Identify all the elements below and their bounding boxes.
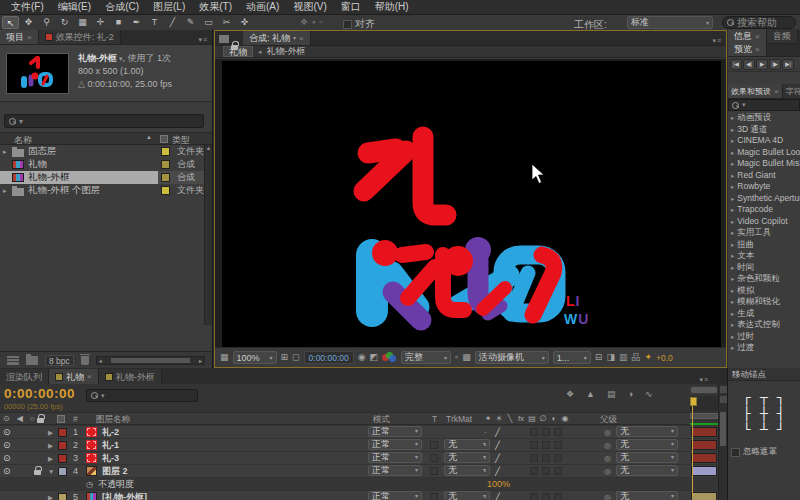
project-item-row[interactable]: 礼物-外框 合成 (0, 171, 204, 184)
view-layout-dropdown[interactable]: 1...▾ (553, 351, 591, 364)
next-frame-button[interactable]: |▶ (769, 59, 781, 70)
category-item[interactable]: ▸模糊和锐化 (728, 296, 800, 308)
category-item[interactable]: ▸3D 通道 (728, 124, 800, 136)
layer-name[interactable]: 图层 2 (102, 465, 128, 478)
last-frame-button[interactable]: ▶| (782, 59, 794, 70)
property-value[interactable]: 100% (487, 478, 510, 491)
switch-cell[interactable] (542, 428, 550, 436)
layer-name[interactable]: 礼-2 (102, 426, 119, 439)
layer-duration-bar[interactable] (691, 466, 717, 476)
shape-tool[interactable]: ■ (110, 16, 127, 29)
transparency-grid-button[interactable]: ▩ (462, 351, 471, 364)
stopwatch-icon[interactable]: ◷ (86, 478, 93, 491)
frame-blending-icon[interactable]: ▤ (607, 389, 616, 399)
label-color-chip[interactable] (58, 428, 67, 437)
category-item[interactable]: ▸CINEMA 4D (728, 135, 800, 147)
first-frame-button[interactable]: |◀ (730, 59, 742, 70)
item-name[interactable]: 礼物-外框 (28, 171, 69, 184)
property-name[interactable]: 不透明度 (98, 478, 134, 491)
workspace-dropdown[interactable]: 标准▾ (627, 16, 713, 29)
current-time-button[interactable]: 0:00:00:00 (304, 351, 354, 364)
camera-tool[interactable]: ▦ (74, 16, 91, 29)
ignore-masks-checkbox[interactable] (731, 448, 740, 457)
category-item[interactable]: ▸Red Giant (728, 170, 800, 182)
label-color-chip[interactable] (58, 454, 67, 463)
quality-switch[interactable]: ╱ (495, 491, 500, 500)
puppet-pin-tool[interactable]: ✜ (236, 16, 253, 29)
ignore-masks-option[interactable]: 忽略遮罩 (731, 446, 797, 458)
new-folder-icon[interactable] (26, 356, 38, 365)
item-name[interactable]: 固态层 (28, 145, 57, 158)
switch-cell[interactable] (542, 493, 550, 500)
layer-row[interactable]: ⊙ ▶ 3 礼-3 正常▾ 无▾ · ╱ ◎ 无▾ (0, 452, 718, 465)
timeline-button[interactable]: ▥ (619, 351, 628, 364)
playhead-line[interactable] (692, 406, 693, 498)
parent-pickwhip-icon[interactable]: ◎ (604, 465, 611, 478)
lock-icon[interactable] (34, 470, 41, 475)
switch-cell[interactable] (530, 467, 538, 475)
zoom-tool[interactable]: ⚲ (38, 16, 55, 29)
item-name[interactable]: 礼物 (28, 158, 47, 171)
pixel-aspect-button[interactable]: ⊟ (595, 351, 603, 364)
switch-cell[interactable] (554, 441, 562, 449)
breadcrumb-parent[interactable]: 礼物-外框 (267, 45, 306, 58)
pan-behind-tool[interactable]: ✛ (92, 16, 109, 29)
switch-cell[interactable] (554, 493, 562, 500)
preserve-transparency-checkbox[interactable] (430, 454, 438, 462)
category-item[interactable]: ▸过时 (728, 331, 800, 343)
quality-switch[interactable]: ╱ (495, 426, 500, 439)
menu-item[interactable]: 帮助(H) (368, 0, 416, 14)
bit-depth-button[interactable]: 8 bpc (45, 355, 74, 366)
category-item[interactable]: ▸动画预设 (728, 112, 800, 124)
tab-project[interactable]: 项目× (0, 30, 39, 44)
project-column-header[interactable]: 名称 ▲ 类型 (0, 132, 212, 145)
expand-arrow[interactable]: ▶ (48, 491, 53, 500)
switch-cell[interactable] (530, 454, 538, 462)
preserve-transparency-checkbox[interactable] (430, 467, 438, 475)
category-item[interactable]: ▸Magic Bullet Looks (728, 147, 800, 159)
menu-item[interactable]: 合成(C) (98, 0, 146, 14)
anchor-position-button[interactable]: ┐ (773, 390, 790, 406)
layer-duration-bar[interactable] (691, 492, 717, 500)
tab-composition-viewer[interactable]: 合成: 礼物▾× (243, 31, 311, 45)
show-snapshot-button[interactable]: ◩ (370, 351, 379, 364)
breadcrumb-current[interactable]: 礼物 (223, 46, 253, 57)
graph-editor-icon[interactable]: ∿ (645, 389, 653, 399)
anchor-position-button[interactable]: ┼ (756, 406, 773, 422)
label-color-chip[interactable] (58, 493, 67, 500)
expand-arrow[interactable]: ▶ (48, 439, 53, 452)
category-item[interactable]: ▸Magic Bullet MisFire (728, 158, 800, 170)
layer-row[interactable]: ⊙ ▶ 1 礼-2 正常▾ · ╱ ◎ 无▾ (0, 426, 718, 439)
panel-title[interactable]: 移动锚点 (728, 368, 800, 381)
menu-item[interactable]: 动画(A) (239, 0, 286, 14)
exposure-icon[interactable]: ✦ (644, 351, 652, 364)
parent-pickwhip-icon[interactable]: ◎ (604, 439, 611, 452)
category-item[interactable]: ▸模拟 (728, 285, 800, 297)
switch-cell[interactable] (554, 467, 562, 475)
parent-pickwhip-icon[interactable]: ◎ (604, 452, 611, 465)
layer-row[interactable]: ◷ 不透明度 100% (0, 478, 718, 491)
clone-stamp-tool[interactable]: ✎ (182, 16, 199, 29)
parent-dropdown[interactable]: 无▾ (616, 452, 678, 463)
timeline-navigator[interactable] (690, 386, 718, 394)
project-scrollbar[interactable]: ▲ (204, 145, 212, 325)
parent-dropdown[interactable]: 无▾ (616, 465, 678, 476)
exposure-value[interactable]: +0.0 (656, 353, 673, 363)
parent-dropdown[interactable]: 无▾ (616, 491, 678, 500)
item-name[interactable]: 礼物-外框 个图层 (28, 184, 100, 197)
category-item[interactable]: ▸杂色和颗粒 (728, 273, 800, 285)
project-item-row[interactable]: 礼物 合成 (0, 158, 204, 171)
roto-brush-tool[interactable]: ✂ (218, 16, 235, 29)
layer-duration-bar[interactable] (691, 453, 717, 463)
menu-item[interactable]: 窗口 (334, 0, 368, 14)
magnification-dropdown[interactable]: 100%▾ (233, 351, 277, 364)
label-color-chip[interactable] (161, 147, 170, 156)
mask-visibility-button[interactable]: ◻ (292, 351, 299, 364)
expand-arrow[interactable]: ▼ (48, 465, 54, 478)
snapshot-button[interactable]: ◉ (358, 351, 366, 364)
anchor-position-button[interactable]: ├ (739, 406, 756, 422)
menu-item[interactable]: 编辑(E) (51, 0, 98, 14)
interpret-footage-icon[interactable] (7, 356, 19, 365)
switch-cell[interactable] (554, 454, 562, 462)
rotation-tool[interactable]: ↻ (56, 16, 73, 29)
